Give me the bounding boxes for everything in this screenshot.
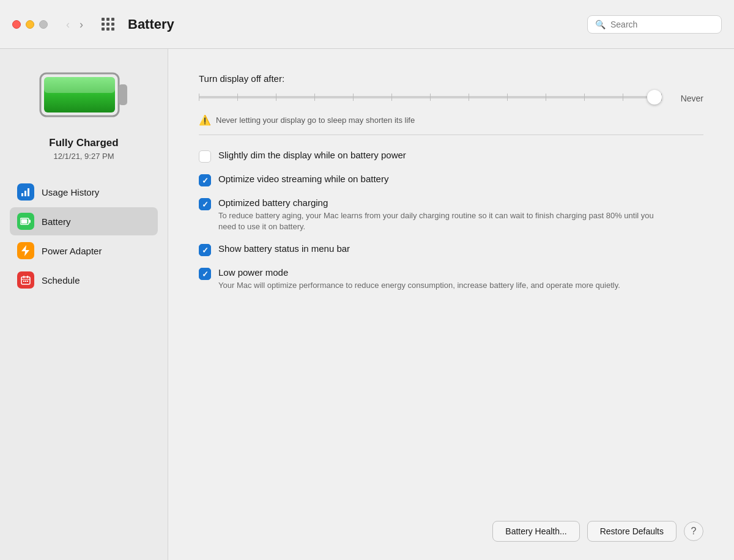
battery-graphic — [38, 67, 130, 122]
battery-nav-icon — [17, 213, 34, 230]
content-panel: Turn display off after: — [168, 49, 734, 560]
search-icon: 🔍 — [595, 20, 606, 29]
checkbox-dim-display: Slightly dim the display while on batter… — [199, 150, 703, 163]
checkmark-icon: ✓ — [202, 270, 209, 278]
tick — [353, 94, 354, 101]
close-button[interactable] — [12, 20, 21, 29]
svg-rect-9 — [21, 219, 28, 224]
minimize-button[interactable] — [26, 20, 34, 29]
svg-rect-3 — [44, 77, 115, 93]
grid-dot — [106, 28, 109, 31]
search-input[interactable] — [610, 20, 714, 29]
sidebar-item-schedule[interactable]: Schedule — [10, 266, 158, 294]
grid-dot — [111, 23, 114, 26]
checkbox-optimized-charging: ✓ Optimized battery charging To reduce b… — [199, 197, 703, 232]
svg-rect-8 — [29, 220, 31, 223]
grid-dot — [111, 28, 114, 31]
optimized-charging-sublabel: To reduce battery aging, your Mac learns… — [218, 210, 659, 232]
grid-dot — [102, 18, 105, 21]
dim-display-checkbox[interactable] — [199, 150, 211, 163]
warning-icon: ⚠️ — [199, 114, 211, 126]
slider-row: Never — [199, 94, 703, 103]
slider-warning-text: Never letting your display go to sleep m… — [216, 116, 415, 125]
tick — [507, 94, 508, 101]
grid-dot — [102, 28, 105, 31]
checkmark-icon: ✓ — [202, 201, 209, 208]
optimize-video-label: Optimize video streaming while on batter… — [218, 174, 388, 184]
slider-label: Turn display off after: — [199, 73, 703, 84]
sidebar-item-usage-history[interactable]: Usage History — [10, 178, 158, 206]
svg-rect-1 — [119, 84, 127, 105]
tick — [237, 94, 238, 101]
tick — [546, 94, 546, 101]
low-power-sublabel: Your Mac will optimize performance to re… — [218, 280, 620, 291]
tick — [469, 94, 469, 101]
optimized-charging-checkbox[interactable]: ✓ — [199, 198, 211, 210]
checkbox-low-power: ✓ Low power mode Your Mac will optimize … — [199, 267, 703, 291]
battery-icon-container — [38, 67, 130, 122]
sidebar: Fully Charged 12/1/21, 9:27 PM Usage His… — [0, 49, 168, 560]
dim-display-label: Slightly dim the display while on batter… — [218, 150, 406, 160]
checkmark-icon: ✓ — [202, 246, 209, 254]
svg-rect-17 — [27, 281, 28, 282]
sidebar-label-power-adapter: Power Adapter — [42, 246, 102, 256]
show-status-checkbox[interactable]: ✓ — [199, 244, 211, 256]
sidebar-item-battery[interactable]: Battery — [10, 207, 158, 235]
divider — [199, 134, 703, 135]
help-button[interactable]: ? — [684, 521, 703, 541]
page-title: Battery — [128, 17, 577, 32]
checkbox-optimize-video: ✓ Optimize video streaming while on batt… — [199, 174, 703, 186]
sidebar-label-schedule: Schedule — [42, 275, 80, 286]
grid-dot — [102, 23, 105, 26]
checkmark-icon: ✓ — [202, 177, 209, 185]
svg-rect-16 — [25, 281, 26, 282]
slider-value-label: Never — [667, 94, 703, 103]
svg-rect-6 — [28, 188, 29, 196]
tick — [623, 94, 623, 101]
search-box[interactable]: 🔍 — [587, 15, 722, 34]
display-sleep-slider-track[interactable] — [199, 96, 662, 98]
grid-dot — [106, 18, 109, 21]
app-grid-icon[interactable] — [102, 18, 114, 31]
fullscreen-button[interactable] — [39, 20, 48, 29]
bottom-buttons: Battery Health... Restore Defaults ? — [199, 496, 703, 542]
sidebar-label-usage-history: Usage History — [42, 187, 99, 197]
low-power-label: Low power mode — [218, 267, 620, 278]
low-power-checkbox[interactable]: ✓ — [199, 268, 211, 280]
svg-marker-10 — [21, 245, 29, 256]
battery-status: Fully Charged — [49, 137, 118, 149]
sidebar-nav: Usage History Battery — [10, 178, 158, 294]
schedule-icon — [17, 271, 34, 289]
battery-health-button[interactable]: Battery Health... — [492, 521, 579, 542]
slider-thumb[interactable] — [647, 90, 662, 105]
titlebar: ‹ › Battery 🔍 — [0, 0, 734, 49]
tick — [391, 94, 392, 101]
checkbox-show-status: ✓ Show battery status in menu bar — [199, 243, 703, 256]
restore-defaults-button[interactable]: Restore Defaults — [587, 521, 677, 542]
back-button[interactable]: ‹ — [62, 17, 73, 32]
tick — [430, 94, 431, 101]
svg-rect-15 — [23, 281, 24, 282]
tick — [276, 94, 276, 101]
grid-dot — [111, 18, 114, 21]
tick — [314, 94, 315, 101]
tick — [199, 94, 199, 101]
svg-rect-5 — [24, 191, 26, 196]
optimize-video-checkbox[interactable]: ✓ — [199, 174, 211, 186]
nav-arrows: ‹ › — [62, 17, 87, 32]
traffic-lights — [12, 20, 48, 29]
sidebar-item-power-adapter[interactable]: Power Adapter — [10, 237, 158, 265]
svg-rect-4 — [21, 193, 23, 196]
usage-history-icon — [17, 183, 34, 201]
main-area: Fully Charged 12/1/21, 9:27 PM Usage His… — [0, 49, 734, 560]
optimized-charging-label: Optimized battery charging — [218, 197, 659, 208]
sidebar-label-battery: Battery — [42, 216, 71, 227]
forward-button[interactable]: › — [76, 17, 87, 32]
battery-timestamp: 12/1/21, 9:27 PM — [53, 152, 114, 161]
tick — [584, 94, 585, 101]
slider-warning: ⚠️ Never letting your display go to slee… — [199, 114, 703, 126]
grid-dot — [106, 23, 109, 26]
show-status-label: Show battery status in menu bar — [218, 243, 350, 254]
power-adapter-icon — [17, 242, 34, 259]
